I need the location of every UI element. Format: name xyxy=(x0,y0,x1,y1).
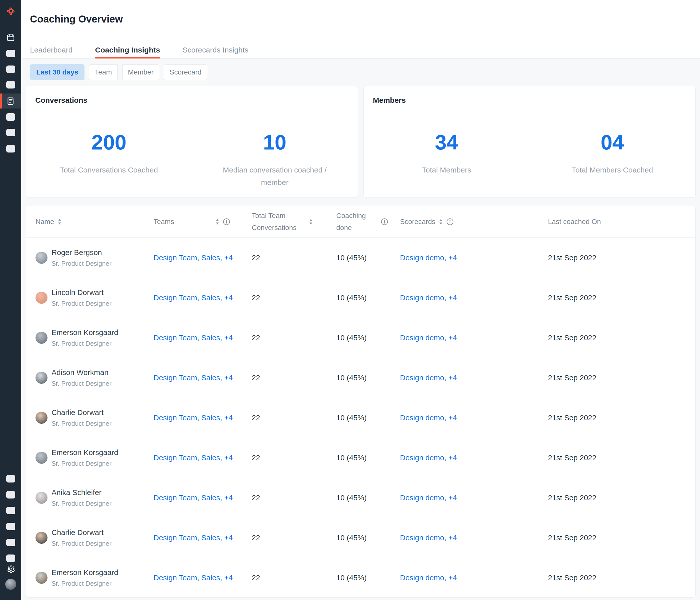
nav-placeholder-icon[interactable] xyxy=(6,50,15,57)
scorecards-link[interactable]: Design demo, +4 xyxy=(400,494,548,502)
member-role: Sr. Product Designer xyxy=(51,340,118,348)
tab-leaderboard[interactable]: Leaderboard xyxy=(30,46,73,54)
table-row: Emerson Korsgaard Sr. Product Designer D… xyxy=(26,558,695,598)
column-header-name: Name xyxy=(35,216,153,228)
scorecards-link[interactable]: Design demo, +4 xyxy=(400,294,548,302)
main-area: Coaching Overview Leaderboard Coaching I… xyxy=(21,0,700,600)
coaching-done-value: 10 (45%) xyxy=(336,253,400,262)
info-icon[interactable] xyxy=(446,218,454,225)
app-logo-icon[interactable] xyxy=(0,6,21,16)
table-body: Roger Bergson Sr. Product Designer Desig… xyxy=(26,238,695,598)
scorecards-link[interactable]: Design demo, +4 xyxy=(400,574,548,582)
last-coached-on-value: 21st Sep 2022 xyxy=(548,533,695,542)
member-name: Charlie Dorwart xyxy=(51,408,111,417)
table-row: Emerson Korsgaard Sr. Product Designer D… xyxy=(26,318,695,358)
member-avatar xyxy=(35,372,48,384)
coaching-doc-star-icon xyxy=(6,96,16,106)
sidebar-item-coaching-active[interactable] xyxy=(0,94,21,108)
nav-placeholder-icon[interactable] xyxy=(6,523,15,530)
total-team-conversations-value: 22 xyxy=(252,294,336,302)
member-avatar xyxy=(35,572,48,584)
nav-placeholder-icon[interactable] xyxy=(6,66,15,73)
filter-chip-member[interactable]: Member xyxy=(122,64,159,80)
teams-link[interactable]: Design Team, Sales, +4 xyxy=(153,533,252,542)
scorecards-link[interactable]: Design demo, +4 xyxy=(400,453,548,462)
stat-value: 34 xyxy=(435,132,458,153)
sort-icon[interactable] xyxy=(216,219,219,225)
last-coached-on-value: 21st Sep 2022 xyxy=(548,253,695,262)
teams-link[interactable]: Design Team, Sales, +4 xyxy=(153,574,252,582)
member-role: Sr. Product Designer xyxy=(51,460,118,468)
member-name: Emerson Korsgaard xyxy=(51,568,118,577)
teams-link[interactable]: Design Team, Sales, +4 xyxy=(153,333,252,342)
member-name-cell: Lincoln Dorwart Sr. Product Designer xyxy=(35,288,153,307)
last-coached-on-value: 21st Sep 2022 xyxy=(548,374,695,382)
member-avatar xyxy=(35,412,48,424)
table-row: Lincoln Dorwart Sr. Product Designer Des… xyxy=(26,278,695,318)
column-header-scorecards: Scorecards xyxy=(400,216,548,228)
member-role: Sr. Product Designer xyxy=(51,420,111,427)
member-role: Sr. Product Designer xyxy=(51,500,111,507)
table-row: Adison Workman Sr. Product Designer Desi… xyxy=(26,358,695,398)
sort-icon[interactable] xyxy=(309,219,313,225)
scorecards-link[interactable]: Design demo, +4 xyxy=(400,374,548,382)
nav-placeholder-icon[interactable] xyxy=(6,129,15,136)
info-icon[interactable] xyxy=(223,218,230,225)
scorecards-link[interactable]: Design demo, +4 xyxy=(400,253,548,262)
teams-link[interactable]: Design Team, Sales, +4 xyxy=(153,294,252,302)
member-name-cell: Adison Workman Sr. Product Designer xyxy=(35,368,153,388)
scorecards-link[interactable]: Design demo, +4 xyxy=(400,333,548,342)
teams-link[interactable]: Design Team, Sales, +4 xyxy=(153,453,252,462)
info-icon[interactable] xyxy=(381,218,388,225)
nav-placeholder-icon[interactable] xyxy=(6,507,15,514)
nav-placeholder-icon[interactable] xyxy=(6,491,15,499)
conversations-card: Conversations 200 Total Conversations Co… xyxy=(26,86,358,198)
stat-cards-row: Conversations 200 Total Conversations Co… xyxy=(26,86,696,198)
nav-placeholder-icon[interactable] xyxy=(6,113,15,121)
column-header-teams: Teams xyxy=(153,216,252,228)
nav-placeholder-icon[interactable] xyxy=(6,475,15,482)
coaching-done-value: 10 (45%) xyxy=(336,333,400,342)
member-name: Charlie Dorwart xyxy=(51,528,111,537)
user-avatar[interactable] xyxy=(5,579,16,590)
nav-placeholder-icon[interactable] xyxy=(6,539,15,546)
filter-bar: Last 30 days Team Member Scorecard xyxy=(30,64,696,80)
stat-total-members-coached: 04 Total Members Coached xyxy=(529,114,695,198)
tab-coaching-insights[interactable]: Coaching Insights xyxy=(95,46,160,54)
calendar-icon[interactable] xyxy=(0,32,21,43)
member-name-cell: Roger Bergson Sr. Product Designer xyxy=(35,248,153,268)
member-name: Anika Schleifer xyxy=(51,488,111,497)
teams-link[interactable]: Design Team, Sales, +4 xyxy=(153,374,252,382)
stat-median-conversation-coached: 10 Median conversation coached / member xyxy=(192,114,357,198)
member-avatar xyxy=(35,252,48,264)
sort-icon[interactable] xyxy=(439,219,443,225)
member-role: Sr. Product Designer xyxy=(51,300,111,307)
table-row: Anika Schleifer Sr. Product Designer Des… xyxy=(26,478,695,518)
teams-link[interactable]: Design Team, Sales, +4 xyxy=(153,253,252,262)
teams-link[interactable]: Design Team, Sales, +4 xyxy=(153,494,252,502)
tab-scorecards-insights[interactable]: Scorecards Insights xyxy=(182,46,248,54)
filter-chip-date-range[interactable]: Last 30 days xyxy=(30,64,84,80)
settings-gear-icon[interactable] xyxy=(0,564,21,574)
column-header-last-coached-on: Last coached On xyxy=(548,216,695,228)
member-avatar xyxy=(35,452,48,464)
coaching-done-value: 10 (45%) xyxy=(336,533,400,542)
last-coached-on-value: 21st Sep 2022 xyxy=(548,453,695,462)
teams-link[interactable]: Design Team, Sales, +4 xyxy=(153,414,252,422)
members-card: Members 34 Total Members 04 Total Member… xyxy=(364,86,696,198)
sort-icon[interactable] xyxy=(58,219,61,225)
filter-chip-scorecard[interactable]: Scorecard xyxy=(164,64,207,80)
total-team-conversations-value: 22 xyxy=(252,453,336,462)
column-header-coaching-done: Coaching done xyxy=(336,210,400,234)
last-coached-on-value: 21st Sep 2022 xyxy=(548,574,695,582)
total-team-conversations-value: 22 xyxy=(252,494,336,502)
topbar: Coaching Overview Leaderboard Coaching I… xyxy=(21,0,700,58)
nav-placeholder-icon[interactable] xyxy=(6,81,15,89)
scorecards-link[interactable]: Design demo, +4 xyxy=(400,533,548,542)
scorecards-link[interactable]: Design demo, +4 xyxy=(400,414,548,422)
member-name: Lincoln Dorwart xyxy=(51,288,111,297)
members-table: Name Teams Total Team Conversations Coac… xyxy=(26,206,696,598)
nav-placeholder-icon[interactable] xyxy=(6,145,15,152)
nav-placeholder-icon[interactable] xyxy=(6,554,15,562)
filter-chip-team[interactable]: Team xyxy=(89,64,118,80)
